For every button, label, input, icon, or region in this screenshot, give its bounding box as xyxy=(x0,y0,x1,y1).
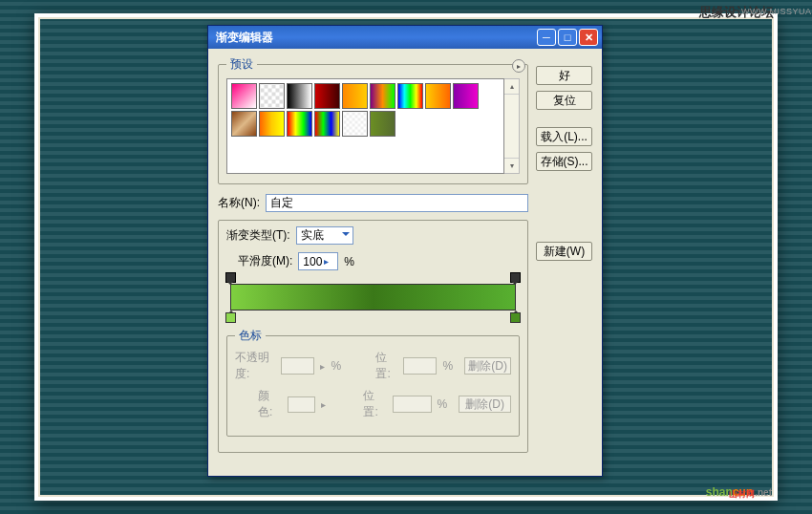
opacity-stop-right[interactable] xyxy=(510,272,521,283)
position-label: 位置: xyxy=(375,350,396,382)
gradient-bar[interactable] xyxy=(230,284,516,311)
preset-swatch[interactable] xyxy=(231,111,257,137)
presets-legend: 预设 xyxy=(226,56,257,73)
opacity-input xyxy=(281,357,315,375)
scroll-up-icon[interactable]: ▴ xyxy=(504,79,519,95)
color-stop-left[interactable] xyxy=(225,312,236,323)
preset-swatch[interactable] xyxy=(342,111,368,137)
type-select[interactable]: 实底 xyxy=(296,226,353,245)
name-label: 名称(N): xyxy=(218,195,260,211)
gradient-editor-dialog: 渐变编辑器 ─ □ ✕ 预设 ▸ xyxy=(207,25,603,477)
smooth-input[interactable]: 100▸ xyxy=(298,252,338,270)
color-position-input xyxy=(393,396,431,413)
save-button[interactable]: 存储(S)... xyxy=(536,152,592,171)
preset-swatch[interactable] xyxy=(370,83,395,109)
preset-swatch[interactable] xyxy=(287,111,312,137)
dialog-buttons: 好 复位 载入(L)... 存储(S)... 新建(W) xyxy=(536,56,592,462)
gradient-preview[interactable] xyxy=(230,284,516,311)
scroll-down-icon[interactable]: ▾ xyxy=(504,158,519,173)
preset-swatch[interactable] xyxy=(425,83,451,109)
dialog-title: 渐变编辑器 xyxy=(212,30,537,46)
type-label: 渐变类型(T): xyxy=(226,227,290,244)
titlebar[interactable]: 渐变编辑器 ─ □ ✕ xyxy=(208,26,602,49)
window-buttons: ─ □ ✕ xyxy=(537,29,598,46)
preset-swatch[interactable] xyxy=(287,83,312,109)
color-label: 颜色: xyxy=(258,388,282,420)
preset-swatches xyxy=(226,78,504,174)
preset-swatch[interactable] xyxy=(342,83,368,109)
preset-swatch[interactable] xyxy=(259,83,285,109)
preset-swatch[interactable] xyxy=(314,111,340,137)
smooth-unit: % xyxy=(344,255,354,268)
presets-fieldset: 预设 ▸ xyxy=(218,56,528,184)
position-label-2: 位置: xyxy=(363,388,387,420)
preset-swatch[interactable] xyxy=(370,111,395,137)
stops-fieldset: 色标 不透明度: ▸ % 位置: % 删除(D) 颜色: ▸ xyxy=(226,328,520,437)
presets-scrollbar[interactable]: ▴ ▾ xyxy=(504,78,520,174)
opacity-label: 不透明度: xyxy=(235,350,275,382)
preset-swatch[interactable] xyxy=(314,83,340,109)
preset-swatch[interactable] xyxy=(231,83,257,109)
opacity-stop-left[interactable] xyxy=(225,272,236,283)
name-row: 名称(N): xyxy=(218,194,528,212)
maximize-button[interactable]: □ xyxy=(558,29,577,46)
color-stop-right[interactable] xyxy=(510,312,521,323)
preset-swatch[interactable] xyxy=(259,111,285,137)
close-button[interactable]: ✕ xyxy=(579,29,598,46)
minimize-button[interactable]: ─ xyxy=(537,29,556,46)
name-input[interactable] xyxy=(266,194,528,212)
presets-menu-icon[interactable]: ▸ xyxy=(512,59,525,73)
watermark-sub: WWW.MISSYUAN.COM xyxy=(741,7,812,16)
reset-button[interactable]: 复位 xyxy=(536,91,592,110)
gradient-settings-fieldset: 渐变类型(T): 实底 平滑度(M): 100▸ % 色标 xyxy=(218,220,528,453)
ok-button[interactable]: 好 xyxy=(536,66,592,85)
opacity-position-input xyxy=(403,357,438,375)
stops-legend: 色标 xyxy=(235,328,266,344)
preset-swatch[interactable] xyxy=(397,83,423,109)
smooth-label: 平滑度(M): xyxy=(238,253,292,269)
load-button[interactable]: 载入(L)... xyxy=(536,127,592,146)
dropdown-arrow-icon[interactable]: ▸ xyxy=(324,256,329,267)
new-button[interactable]: 新建(W) xyxy=(536,242,592,261)
color-swatch xyxy=(288,396,315,413)
delete-color-button: 删除(D) xyxy=(459,396,511,413)
logo: shancun.net 山村网 xyxy=(706,485,772,499)
delete-opacity-button: 删除(D) xyxy=(464,357,511,375)
preset-swatch[interactable] xyxy=(453,83,479,109)
